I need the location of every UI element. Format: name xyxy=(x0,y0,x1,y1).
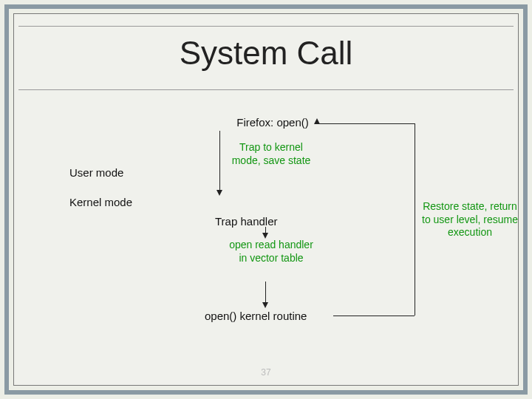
return-path-horizontal-bottom xyxy=(333,316,415,316)
label-user-mode: User mode xyxy=(69,166,123,179)
flow-open-read: open read handler in vector table xyxy=(227,239,316,265)
rule-under-title xyxy=(18,89,514,90)
flow-trap-to: Trap to kernel mode, save state xyxy=(227,141,316,167)
arrow-head-open-read-to-routine xyxy=(262,302,268,308)
label-kernel-mode: Kernel mode xyxy=(69,196,132,208)
slide-number: 37 xyxy=(14,367,518,378)
flow-trap-handler: Trap handler xyxy=(215,215,318,228)
arrow-head-trap-handler-to-open-read xyxy=(262,233,268,239)
return-path-vertical xyxy=(415,123,415,316)
arrow-firefox-to-trap xyxy=(219,131,220,191)
flow-firefox: Firefox: open() xyxy=(221,116,324,129)
slide-title: System Call xyxy=(14,35,518,72)
return-path-horizontal-top xyxy=(317,123,415,124)
arrow-open-read-to-routine xyxy=(265,282,266,304)
flow-restore: Restore state, return to user level, res… xyxy=(422,200,518,239)
flow-open-routine: open() kernel routine xyxy=(205,310,352,322)
rule-top xyxy=(18,26,514,27)
arrow-head-firefox-to-trap xyxy=(216,190,222,196)
return-path-arrow-head xyxy=(314,118,320,124)
